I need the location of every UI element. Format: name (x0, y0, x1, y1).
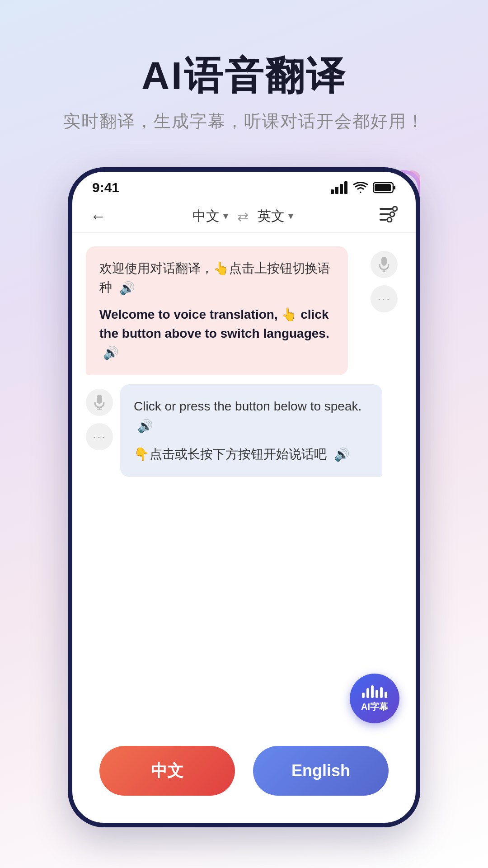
status-bar: 9:41 (72, 172, 416, 200)
wifi-icon (353, 181, 368, 194)
lang-right-button[interactable]: 英文 ▾ (258, 207, 293, 226)
sound-cn-icon[interactable]: 🔊 (119, 279, 135, 298)
phone-mockup: 9:41 (68, 167, 420, 827)
lang-left-arrow: ▾ (223, 210, 228, 222)
ai-caption-label: AI字幕 (361, 701, 388, 713)
lang-left-button[interactable]: 中文 ▾ (192, 207, 228, 226)
more-button-right[interactable]: ··· (371, 285, 398, 312)
lang-right-arrow: ▾ (288, 210, 293, 222)
more-button-left[interactable]: ··· (86, 423, 113, 450)
mic-button-left[interactable] (86, 389, 113, 416)
mic-icon (378, 257, 390, 272)
mic-button-right[interactable] (371, 251, 398, 278)
svg-rect-7 (380, 208, 392, 210)
back-button[interactable]: ← (90, 208, 106, 225)
lang-right-label: 英文 (258, 207, 285, 226)
svg-point-10 (393, 207, 397, 211)
nav-bar: ← 中文 ▾ ⇄ 英文 ▾ (72, 200, 416, 233)
svg-rect-0 (331, 189, 334, 194)
bubble-left: 欢迎使用对话翻译，👆点击上按钮切换语种 🔊 Welcome to voice t… (86, 246, 348, 375)
english-speak-button[interactable]: English (253, 746, 389, 796)
bottom-buttons: 中文 English (72, 746, 416, 796)
battery-icon (373, 182, 396, 193)
svg-rect-5 (393, 186, 395, 189)
svg-point-12 (387, 217, 392, 222)
nav-center: 中文 ▾ ⇄ 英文 ▾ (192, 207, 293, 226)
phone-frame: 9:41 (68, 167, 420, 827)
status-time: 9:41 (92, 180, 119, 195)
chinese-button-label: 中文 (151, 760, 183, 782)
sound-right-cn-icon[interactable]: 🔊 (334, 448, 350, 462)
swap-languages-button[interactable]: ⇄ (237, 208, 249, 224)
page-title: AI语音翻译 (0, 54, 488, 97)
svg-point-11 (390, 212, 394, 217)
settings-button[interactable] (380, 206, 398, 226)
english-button-label: English (291, 761, 350, 780)
bubble-en-text: Welcome to voice translation, 👆 click th… (99, 305, 334, 363)
svg-rect-8 (380, 213, 389, 215)
bubble-right-cn-text: 👇点击或长按下方按钮开始说话吧 🔊 (134, 445, 369, 465)
bubble-right-wrapper: ··· Click or press the button below to s… (86, 384, 402, 477)
status-icons (331, 181, 396, 194)
lang-left-label: 中文 (192, 207, 220, 226)
waveform-icon (362, 684, 387, 698)
svg-rect-16 (97, 395, 102, 404)
page-subtitle: 实时翻译，生成字幕，听课对话开会都好用！ (0, 110, 488, 133)
svg-rect-6 (375, 184, 391, 191)
bubble-side-buttons: ··· (371, 251, 398, 312)
bubble-side-buttons-left: ··· (86, 389, 113, 450)
mic-icon-left (93, 395, 106, 410)
chat-area: 欢迎使用对话翻译，👆点击上按钮切换语种 🔊 Welcome to voice t… (72, 233, 416, 491)
settings-icon (380, 206, 398, 222)
svg-rect-9 (380, 219, 387, 221)
svg-rect-2 (340, 184, 343, 194)
sound-right-en-icon[interactable]: 🔊 (137, 419, 153, 433)
ai-caption-button[interactable]: AI字幕 (350, 674, 399, 723)
sound-en-icon[interactable]: 🔊 (103, 344, 119, 363)
svg-rect-3 (344, 181, 347, 194)
signal-icon (331, 181, 348, 194)
svg-rect-1 (335, 187, 338, 194)
bubble-cn-text: 欢迎使用对话翻译，👆点击上按钮切换语种 🔊 (99, 259, 334, 298)
svg-rect-13 (381, 257, 387, 266)
bubble-right-en-text: Click or press the button below to speak… (134, 397, 369, 436)
bubble-right: Click or press the button below to speak… (120, 384, 382, 477)
chinese-speak-button[interactable]: 中文 (99, 746, 235, 796)
